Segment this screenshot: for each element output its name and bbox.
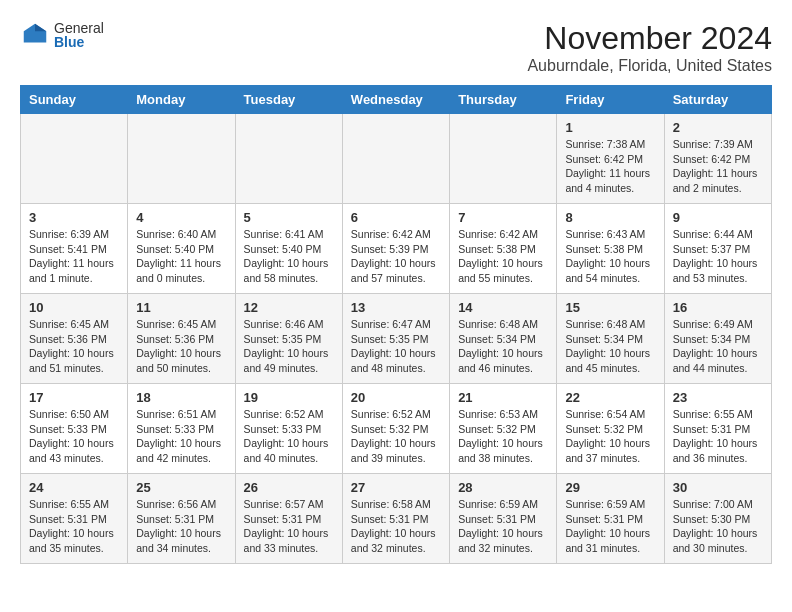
- day-info: Sunrise: 6:47 AM Sunset: 5:35 PM Dayligh…: [351, 317, 441, 376]
- day-number: 13: [351, 300, 441, 315]
- calendar-table: SundayMondayTuesdayWednesdayThursdayFrid…: [20, 85, 772, 564]
- day-number: 18: [136, 390, 226, 405]
- day-number: 11: [136, 300, 226, 315]
- day-number: 23: [673, 390, 763, 405]
- logo: General Blue: [20, 20, 104, 50]
- day-number: 28: [458, 480, 548, 495]
- header-wednesday: Wednesday: [342, 86, 449, 114]
- day-info: Sunrise: 6:39 AM Sunset: 5:41 PM Dayligh…: [29, 227, 119, 286]
- day-info: Sunrise: 6:42 AM Sunset: 5:39 PM Dayligh…: [351, 227, 441, 286]
- day-cell: 13Sunrise: 6:47 AM Sunset: 5:35 PM Dayli…: [342, 294, 449, 384]
- day-info: Sunrise: 6:59 AM Sunset: 5:31 PM Dayligh…: [458, 497, 548, 556]
- day-number: 2: [673, 120, 763, 135]
- day-info: Sunrise: 6:51 AM Sunset: 5:33 PM Dayligh…: [136, 407, 226, 466]
- day-number: 29: [565, 480, 655, 495]
- day-number: 30: [673, 480, 763, 495]
- day-cell: 21Sunrise: 6:53 AM Sunset: 5:32 PM Dayli…: [450, 384, 557, 474]
- day-number: 8: [565, 210, 655, 225]
- day-cell: 18Sunrise: 6:51 AM Sunset: 5:33 PM Dayli…: [128, 384, 235, 474]
- day-number: 15: [565, 300, 655, 315]
- day-cell: 7Sunrise: 6:42 AM Sunset: 5:38 PM Daylig…: [450, 204, 557, 294]
- day-cell: 26Sunrise: 6:57 AM Sunset: 5:31 PM Dayli…: [235, 474, 342, 564]
- day-cell: 24Sunrise: 6:55 AM Sunset: 5:31 PM Dayli…: [21, 474, 128, 564]
- day-cell: 1Sunrise: 7:38 AM Sunset: 6:42 PM Daylig…: [557, 114, 664, 204]
- day-info: Sunrise: 6:50 AM Sunset: 5:33 PM Dayligh…: [29, 407, 119, 466]
- day-cell: [342, 114, 449, 204]
- day-cell: 2Sunrise: 7:39 AM Sunset: 6:42 PM Daylig…: [664, 114, 771, 204]
- day-info: Sunrise: 6:55 AM Sunset: 5:31 PM Dayligh…: [29, 497, 119, 556]
- day-info: Sunrise: 6:40 AM Sunset: 5:40 PM Dayligh…: [136, 227, 226, 286]
- header-monday: Monday: [128, 86, 235, 114]
- day-cell: 22Sunrise: 6:54 AM Sunset: 5:32 PM Dayli…: [557, 384, 664, 474]
- day-cell: 4Sunrise: 6:40 AM Sunset: 5:40 PM Daylig…: [128, 204, 235, 294]
- day-info: Sunrise: 6:45 AM Sunset: 5:36 PM Dayligh…: [29, 317, 119, 376]
- header-saturday: Saturday: [664, 86, 771, 114]
- day-cell: 23Sunrise: 6:55 AM Sunset: 5:31 PM Dayli…: [664, 384, 771, 474]
- day-cell: 9Sunrise: 6:44 AM Sunset: 5:37 PM Daylig…: [664, 204, 771, 294]
- day-number: 7: [458, 210, 548, 225]
- header-row: SundayMondayTuesdayWednesdayThursdayFrid…: [21, 86, 772, 114]
- day-cell: 12Sunrise: 6:46 AM Sunset: 5:35 PM Dayli…: [235, 294, 342, 384]
- header-friday: Friday: [557, 86, 664, 114]
- day-cell: 17Sunrise: 6:50 AM Sunset: 5:33 PM Dayli…: [21, 384, 128, 474]
- day-info: Sunrise: 6:46 AM Sunset: 5:35 PM Dayligh…: [244, 317, 334, 376]
- day-cell: [128, 114, 235, 204]
- header-tuesday: Tuesday: [235, 86, 342, 114]
- week-row-5: 24Sunrise: 6:55 AM Sunset: 5:31 PM Dayli…: [21, 474, 772, 564]
- day-number: 27: [351, 480, 441, 495]
- day-cell: 27Sunrise: 6:58 AM Sunset: 5:31 PM Dayli…: [342, 474, 449, 564]
- day-number: 6: [351, 210, 441, 225]
- day-cell: [450, 114, 557, 204]
- header-sunday: Sunday: [21, 86, 128, 114]
- day-number: 25: [136, 480, 226, 495]
- day-info: Sunrise: 6:52 AM Sunset: 5:32 PM Dayligh…: [351, 407, 441, 466]
- day-number: 9: [673, 210, 763, 225]
- day-number: 16: [673, 300, 763, 315]
- day-info: Sunrise: 6:59 AM Sunset: 5:31 PM Dayligh…: [565, 497, 655, 556]
- page-header: General Blue November 2024 Auburndale, F…: [20, 20, 772, 75]
- day-cell: 29Sunrise: 6:59 AM Sunset: 5:31 PM Dayli…: [557, 474, 664, 564]
- day-cell: 5Sunrise: 6:41 AM Sunset: 5:40 PM Daylig…: [235, 204, 342, 294]
- day-cell: 19Sunrise: 6:52 AM Sunset: 5:33 PM Dayli…: [235, 384, 342, 474]
- day-cell: 14Sunrise: 6:48 AM Sunset: 5:34 PM Dayli…: [450, 294, 557, 384]
- day-cell: 30Sunrise: 7:00 AM Sunset: 5:30 PM Dayli…: [664, 474, 771, 564]
- day-info: Sunrise: 6:53 AM Sunset: 5:32 PM Dayligh…: [458, 407, 548, 466]
- day-cell: 16Sunrise: 6:49 AM Sunset: 5:34 PM Dayli…: [664, 294, 771, 384]
- day-number: 24: [29, 480, 119, 495]
- day-number: 17: [29, 390, 119, 405]
- day-cell: 25Sunrise: 6:56 AM Sunset: 5:31 PM Dayli…: [128, 474, 235, 564]
- day-info: Sunrise: 7:38 AM Sunset: 6:42 PM Dayligh…: [565, 137, 655, 196]
- day-number: 14: [458, 300, 548, 315]
- day-info: Sunrise: 6:49 AM Sunset: 5:34 PM Dayligh…: [673, 317, 763, 376]
- week-row-4: 17Sunrise: 6:50 AM Sunset: 5:33 PM Dayli…: [21, 384, 772, 474]
- day-number: 19: [244, 390, 334, 405]
- day-info: Sunrise: 6:57 AM Sunset: 5:31 PM Dayligh…: [244, 497, 334, 556]
- day-number: 21: [458, 390, 548, 405]
- day-cell: 11Sunrise: 6:45 AM Sunset: 5:36 PM Dayli…: [128, 294, 235, 384]
- day-cell: 28Sunrise: 6:59 AM Sunset: 5:31 PM Dayli…: [450, 474, 557, 564]
- day-info: Sunrise: 7:39 AM Sunset: 6:42 PM Dayligh…: [673, 137, 763, 196]
- week-row-1: 1Sunrise: 7:38 AM Sunset: 6:42 PM Daylig…: [21, 114, 772, 204]
- day-cell: 15Sunrise: 6:48 AM Sunset: 5:34 PM Dayli…: [557, 294, 664, 384]
- week-row-3: 10Sunrise: 6:45 AM Sunset: 5:36 PM Dayli…: [21, 294, 772, 384]
- day-number: 26: [244, 480, 334, 495]
- day-cell: [235, 114, 342, 204]
- day-info: Sunrise: 6:41 AM Sunset: 5:40 PM Dayligh…: [244, 227, 334, 286]
- day-info: Sunrise: 6:55 AM Sunset: 5:31 PM Dayligh…: [673, 407, 763, 466]
- day-cell: 6Sunrise: 6:42 AM Sunset: 5:39 PM Daylig…: [342, 204, 449, 294]
- day-info: Sunrise: 6:48 AM Sunset: 5:34 PM Dayligh…: [458, 317, 548, 376]
- day-info: Sunrise: 6:45 AM Sunset: 5:36 PM Dayligh…: [136, 317, 226, 376]
- day-info: Sunrise: 6:43 AM Sunset: 5:38 PM Dayligh…: [565, 227, 655, 286]
- day-number: 1: [565, 120, 655, 135]
- month-year-title: November 2024: [527, 20, 772, 57]
- logo-icon: [20, 20, 50, 50]
- day-number: 5: [244, 210, 334, 225]
- day-info: Sunrise: 6:42 AM Sunset: 5:38 PM Dayligh…: [458, 227, 548, 286]
- logo-blue-text: Blue: [54, 35, 104, 49]
- title-section: November 2024 Auburndale, Florida, Unite…: [527, 20, 772, 75]
- day-number: 10: [29, 300, 119, 315]
- day-info: Sunrise: 6:48 AM Sunset: 5:34 PM Dayligh…: [565, 317, 655, 376]
- day-number: 4: [136, 210, 226, 225]
- header-thursday: Thursday: [450, 86, 557, 114]
- logo-general-text: General: [54, 21, 104, 35]
